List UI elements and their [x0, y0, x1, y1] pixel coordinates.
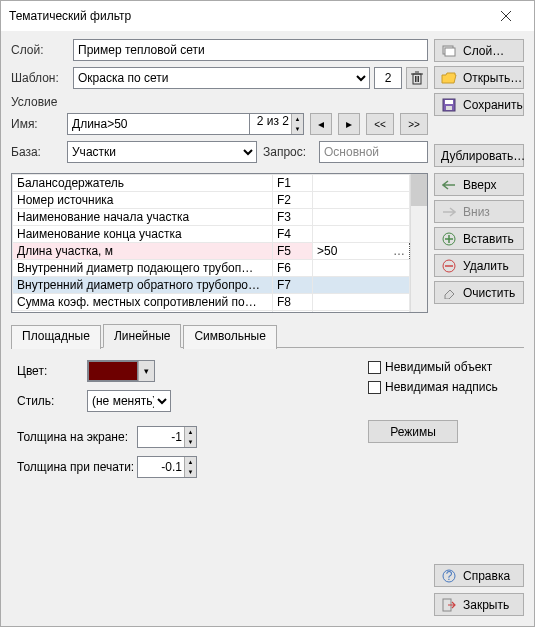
checkbox-icon	[368, 361, 381, 374]
condition-label: Условие	[11, 95, 428, 109]
triangle-left-icon: ◂	[318, 117, 324, 131]
window-title: Тематический фильтр	[9, 9, 131, 23]
triangle-right-icon: ▸	[346, 117, 352, 131]
invisible-label-checkbox[interactable]: Невидимая надпись	[368, 380, 518, 394]
table-row[interactable]: Длина участка, мF5>50…	[13, 243, 410, 260]
minus-circle-icon	[441, 258, 457, 274]
open-button[interactable]: Открыть…	[434, 66, 524, 89]
save-button[interactable]: Сохранить	[434, 93, 524, 116]
svg-rect-11	[445, 100, 453, 104]
template-count	[374, 67, 402, 89]
ellipsis-icon: …	[393, 244, 405, 258]
color-picker[interactable]: ▾	[87, 360, 155, 382]
modes-button[interactable]: Режимы	[368, 420, 458, 443]
fields-table[interactable]: БалансодержательF1Номер источникаF2Наиме…	[11, 173, 428, 313]
down-button[interactable]: Вниз	[434, 200, 524, 223]
tab-linear[interactable]: Линейные	[103, 324, 182, 348]
tab-areal[interactable]: Площадные	[11, 325, 101, 349]
nav-first-button[interactable]: <<	[366, 113, 394, 135]
arrow-left-icon	[441, 177, 457, 193]
layer-field	[73, 39, 428, 61]
svg-rect-9	[445, 48, 455, 56]
help-icon: ?	[441, 568, 457, 584]
svg-rect-12	[446, 106, 452, 110]
base-select[interactable]: Участки	[67, 141, 257, 163]
window-close-button[interactable]	[486, 2, 526, 30]
up-button[interactable]: Вверх	[434, 173, 524, 196]
insert-button[interactable]: Вставить	[434, 227, 524, 250]
spinner-icon[interactable]: ▲▼	[184, 427, 196, 447]
chevron-down-icon: ▾	[138, 361, 154, 381]
eraser-icon	[441, 285, 457, 301]
base-label: База:	[11, 145, 61, 159]
invisible-object-checkbox[interactable]: Невидимый объект	[368, 360, 518, 374]
table-row[interactable]: Местные сопротивления под тр-даF9	[13, 311, 410, 314]
query-label: Запрос:	[263, 145, 313, 159]
layers-icon	[441, 43, 457, 59]
table-row[interactable]: Номер источникаF2	[13, 192, 410, 209]
table-row[interactable]: Наименование начала участкаF3	[13, 209, 410, 226]
style-label: Стиль:	[17, 394, 87, 408]
thickness-print-label: Толщина при печати:	[17, 460, 137, 474]
table-row[interactable]: Сумма коэф. местных сопротивлений по…F8	[13, 294, 410, 311]
checkbox-icon	[368, 381, 381, 394]
style-select[interactable]: (не менять)	[87, 390, 171, 412]
table-row[interactable]: БалансодержательF1	[13, 175, 410, 192]
plus-circle-icon	[441, 231, 457, 247]
nav-next-button[interactable]: ▸	[338, 113, 360, 135]
help-button[interactable]: ? Справка	[434, 564, 524, 587]
svg-text:?: ?	[446, 569, 453, 583]
nav-last-button[interactable]: >>	[400, 113, 428, 135]
scrollbar[interactable]	[410, 174, 427, 312]
table-row[interactable]: Внутренний диаметр подающего трубоп…F6	[13, 260, 410, 277]
exit-icon	[441, 597, 457, 613]
name-input[interactable]	[67, 113, 250, 135]
color-label: Цвет:	[17, 364, 87, 378]
thickness-screen-label: Толщина на экране:	[17, 430, 137, 444]
tab-symbol[interactable]: Символьные	[183, 325, 276, 349]
layer-button[interactable]: Слой…	[434, 39, 524, 62]
folder-open-icon	[441, 70, 457, 86]
arrow-right-icon	[441, 204, 457, 220]
template-label: Шаблон:	[11, 71, 67, 85]
name-label: Имя:	[11, 117, 61, 131]
floppy-icon	[441, 97, 457, 113]
color-swatch	[88, 361, 138, 381]
template-select[interactable]: Окраска по сети	[73, 67, 370, 89]
spinner-icon[interactable]: ▲▼	[291, 114, 303, 134]
name-counter[interactable]: 2 из 2 ▲▼	[250, 113, 304, 135]
template-delete-button[interactable]	[406, 67, 428, 89]
close-button[interactable]: Закрыть	[434, 593, 524, 616]
trash-icon	[411, 71, 423, 85]
table-row[interactable]: Внутренний диаметр обратного трубопро…F7	[13, 277, 410, 294]
spinner-icon[interactable]: ▲▼	[184, 457, 196, 477]
nav-prev-button[interactable]: ◂	[310, 113, 332, 135]
delete-button[interactable]: Удалить	[434, 254, 524, 277]
query-field	[319, 141, 428, 163]
table-row[interactable]: Наименование конца участкаF4	[13, 226, 410, 243]
layer-label: Слой:	[11, 43, 67, 57]
duplicate-button[interactable]: Дублировать…	[434, 144, 524, 167]
clear-button[interactable]: Очистить	[434, 281, 524, 304]
